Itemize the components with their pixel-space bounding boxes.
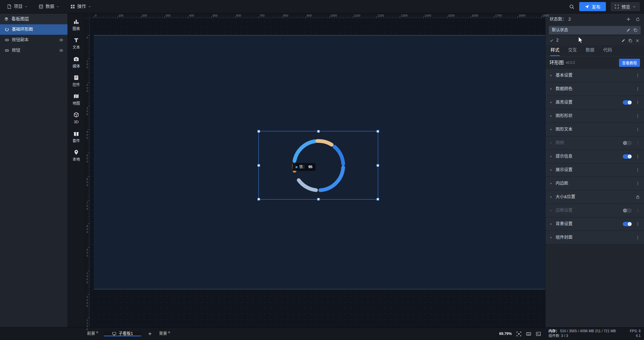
dots-v-icon[interactable] xyxy=(636,168,640,172)
dots-v-icon[interactable] xyxy=(636,235,640,240)
copy-icon[interactable] xyxy=(628,38,633,43)
selection-handle[interactable] xyxy=(258,164,260,166)
search-icon[interactable] xyxy=(569,4,575,9)
layer-item[interactable]: 按钮 xyxy=(0,45,67,56)
toggle[interactable]: 0 xyxy=(623,141,632,145)
preview-button[interactable]: 预览 xyxy=(611,2,640,11)
toggle[interactable]: 1 xyxy=(623,100,632,105)
section-5[interactable]: 图例0 xyxy=(545,136,644,150)
state-row[interactable]: 默认状态 xyxy=(549,26,641,34)
chevron-right-icon xyxy=(550,223,553,226)
selection-handle[interactable] xyxy=(258,198,260,201)
toggle[interactable]: 1 xyxy=(623,222,632,226)
dots-v-icon[interactable] xyxy=(636,154,640,159)
section-8[interactable]: 内边距 xyxy=(545,177,644,190)
pencil-icon[interactable] xyxy=(626,28,631,32)
widget-control[interactable]: 控件 xyxy=(68,72,85,90)
copy-icon[interactable] xyxy=(633,28,638,32)
toggle-knob: 1 xyxy=(628,222,632,226)
section-6[interactable]: 提示信息1 xyxy=(545,150,644,163)
widget-cube[interactable]: 3D xyxy=(68,109,85,127)
tab-interaction[interactable]: 交互 xyxy=(568,47,577,56)
section-12[interactable]: 组件封面 xyxy=(545,231,644,244)
dots-v-icon[interactable] xyxy=(636,100,640,105)
dots-v-icon[interactable] xyxy=(636,222,640,226)
tab-style[interactable]: 样式 xyxy=(550,47,560,56)
selection-handle[interactable] xyxy=(317,198,319,201)
layer-item[interactable]: 按钮副本 xyxy=(0,35,67,45)
widget-map[interactable]: 地图 xyxy=(68,90,85,109)
console-button[interactable] xyxy=(536,331,541,337)
tab-code[interactable]: 代码 xyxy=(603,47,612,56)
eye-icon[interactable] xyxy=(59,38,63,42)
add-tab-button[interactable] xyxy=(146,332,153,336)
state-row[interactable]: 2 xyxy=(545,36,644,45)
publish-button[interactable]: 发布 xyxy=(579,2,606,11)
selection-handle[interactable] xyxy=(377,130,379,133)
selection-box[interactable]: 铁： 95 xyxy=(258,131,378,200)
chevron-right-icon xyxy=(550,141,553,145)
add-foreground-icon[interactable]: ⊕ xyxy=(96,331,99,335)
fps-stats: FPS: 6 xyxy=(630,329,641,333)
section-10[interactable]: 边框设置0 xyxy=(545,204,644,217)
donut-segment[interactable] xyxy=(334,147,343,164)
donut-segment[interactable] xyxy=(299,180,316,190)
donut-segment[interactable] xyxy=(317,141,332,145)
selection-handle[interactable] xyxy=(377,164,379,166)
add-state-button[interactable] xyxy=(626,17,631,22)
foreground-layer-button[interactable]: 前景 ⊕ xyxy=(87,331,99,337)
add-background-icon[interactable]: ⊕ xyxy=(168,331,170,335)
dots-v-icon[interactable] xyxy=(636,127,640,132)
widget-local[interactable]: 本地 xyxy=(68,146,85,165)
fit-screen-button[interactable] xyxy=(516,331,522,337)
background-layer-button[interactable]: 背景 ⊕ xyxy=(159,331,170,337)
toggle[interactable]: 0 xyxy=(623,208,632,213)
menu-data[interactable]: 数据 xyxy=(33,0,65,13)
section-7[interactable]: 展示设置 xyxy=(545,163,644,177)
zoom-level[interactable]: 69.79% xyxy=(499,331,512,336)
donut-segment[interactable] xyxy=(295,141,315,161)
tutorial-button[interactable]: 查看教程 xyxy=(619,59,640,67)
lock-icon[interactable] xyxy=(636,195,640,199)
widget-media[interactable]: 媒体 xyxy=(68,53,85,72)
section-1[interactable]: 数据颜色 xyxy=(545,82,644,96)
toggle[interactable]: 1 xyxy=(623,154,632,159)
widget-kit[interactable]: 套件 xyxy=(68,128,85,146)
menu-project[interactable]: 项目 xyxy=(1,0,33,13)
pencil-icon[interactable] xyxy=(621,38,625,43)
section-2[interactable]: 高亮设置1 xyxy=(545,96,644,109)
tab-subdashboard[interactable]: 子看板1 xyxy=(104,331,141,337)
section-9[interactable]: 大小&位置 xyxy=(545,190,644,204)
menu-operations[interactable]: 操作 xyxy=(65,0,96,13)
widget-label: 3D xyxy=(74,120,79,124)
widget-text[interactable]: 文本 xyxy=(68,34,85,53)
shortcut-keys-button[interactable] xyxy=(526,331,531,337)
section-label: 内边距 xyxy=(556,181,568,186)
selection-handle[interactable] xyxy=(317,130,319,133)
widget-label: 套件 xyxy=(73,138,80,143)
bottombar-right: 69.79% xyxy=(499,328,545,340)
section-3[interactable]: 图形形状 xyxy=(545,109,644,123)
refresh-states-button[interactable] xyxy=(636,17,640,22)
dots-v-icon[interactable] xyxy=(636,73,640,78)
selection-handle[interactable] xyxy=(258,130,260,133)
close-icon[interactable] xyxy=(635,38,640,43)
donut-chart[interactable] xyxy=(259,131,379,200)
section-11[interactable]: 背景设置1 xyxy=(545,217,644,231)
dots-v-icon[interactable] xyxy=(636,114,640,118)
widget-chart[interactable]: 图表 xyxy=(68,16,85,34)
donut-segment[interactable] xyxy=(320,167,343,190)
dots-v-icon[interactable] xyxy=(636,181,640,186)
section-0[interactable]: 基本设置 xyxy=(545,69,644,82)
tab-data[interactable]: 数据 xyxy=(585,47,595,56)
eye-icon[interactable] xyxy=(59,48,63,53)
ruler-label: 800 xyxy=(86,225,88,234)
dots-v-icon[interactable] xyxy=(636,141,640,145)
layer-item[interactable]: 基础环形图 xyxy=(0,24,67,35)
section-4[interactable]: 图形文本 xyxy=(545,123,644,136)
dots-v-icon[interactable] xyxy=(636,208,640,213)
selection-handle[interactable] xyxy=(377,198,379,201)
widget-label: 图表 xyxy=(73,26,80,31)
dots-v-icon[interactable] xyxy=(636,87,640,91)
layer-item-label: 按钮 xyxy=(12,48,20,53)
